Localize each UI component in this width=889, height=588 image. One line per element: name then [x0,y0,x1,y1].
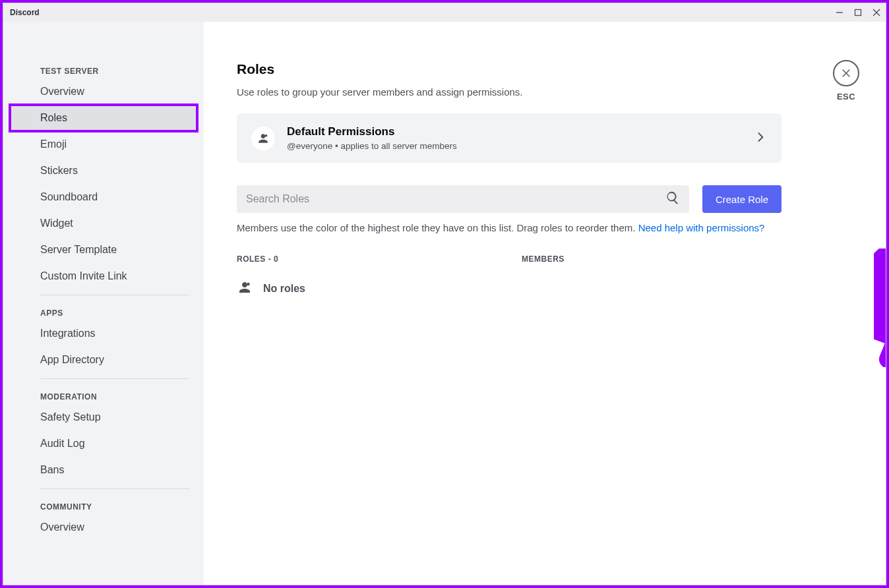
minimize-button[interactable] [834,7,845,18]
sidebar-divider [40,488,189,489]
sidebar-item-overview[interactable]: Overview [11,80,196,103]
empty-roles-row: No roles [237,279,830,298]
sidebar-item-integrations[interactable]: Integrations [11,322,196,345]
card-title: Default Permissions [287,125,742,138]
sidebar-item-server-template[interactable]: Server Template [11,238,196,262]
sidebar-item-custom-invite-link[interactable]: Custom Invite Link [11,264,196,288]
sidebar-item-audit-log[interactable]: Audit Log [11,432,196,456]
helper-text: Members use the color of the highest rol… [237,222,782,233]
sidebar-divider [40,378,189,379]
search-roles-input[interactable] [246,193,665,205]
close-icon [840,67,852,79]
sidebar-item-safety-setup[interactable]: Safety Setup [11,405,196,429]
close-settings-button[interactable] [833,60,859,86]
annotation-arrow [874,249,886,367]
minimize-icon [836,9,843,16]
body: TEST SERVEROverviewRolesEmojiStickersSou… [3,22,886,585]
default-permissions-card[interactable]: Default Permissions @everyone • applies … [237,113,782,163]
close-window-button[interactable] [871,7,882,18]
card-body: Default Permissions @everyone • applies … [287,125,742,151]
sidebar-item-stickers[interactable]: Stickers [11,159,196,183]
create-role-button[interactable]: Create Role [702,185,782,213]
empty-roles-text: No roles [263,283,305,295]
esc-label: ESC [833,92,859,102]
annotation-highlight: Roles [9,103,199,132]
search-row: Create Role [237,185,782,213]
help-permissions-link[interactable]: Need help with permissions? [638,222,765,233]
sidebar-group-header: TEST SERVER [11,61,196,80]
helper-text-prefix: Members use the color of the highest rol… [237,222,638,233]
close-icon [873,9,880,16]
main-content: ESC Roles Use roles to group your server… [204,22,886,585]
page-description: Use roles to group your server members a… [237,86,830,98]
chevron-right-icon [754,131,767,146]
app-window: Discord TEST SERVEROverviewRolesEmojiSti… [3,3,886,585]
sidebar-item-bans[interactable]: Bans [11,458,196,482]
card-subtitle: @everyone • applies to all server member… [287,141,742,151]
sidebar-group-header: MODERATION [11,387,196,405]
members-column-header: MEMBERS [522,254,782,264]
sidebar-item-soundboard[interactable]: Soundboard [11,185,196,209]
maximize-button[interactable] [853,7,863,18]
maximize-icon [854,9,862,16]
sidebar-item-widget[interactable]: Widget [11,212,196,235]
roles-column-header: ROLES - 0 [237,254,522,264]
svg-rect-1 [855,10,861,16]
members-icon [251,127,275,150]
sidebar-divider [40,295,189,295]
sidebar-item-emoji[interactable]: Emoji [11,132,196,156]
svg-point-7 [247,283,249,285]
window-controls [834,7,882,18]
members-icon [237,279,253,298]
page-title: Roles [237,61,830,77]
sidebar-item-app-directory[interactable]: App Directory [11,348,196,372]
sidebar: TEST SERVEROverviewRolesEmojiStickersSou… [3,22,204,585]
sidebar-group-header: APPS [11,303,196,322]
close-panel: ESC [833,60,859,102]
titlebar-title: Discord [10,8,40,17]
sidebar-item-community-overview[interactable]: Overview [11,515,196,539]
svg-point-6 [265,134,268,137]
search-box[interactable] [237,185,689,213]
titlebar: Discord [3,3,886,22]
roles-table-header: ROLES - 0 MEMBERS [237,254,782,264]
search-icon [665,191,680,208]
sidebar-group-header: COMMUNITY [11,497,196,515]
sidebar-item-roles[interactable]: Roles [11,106,196,130]
